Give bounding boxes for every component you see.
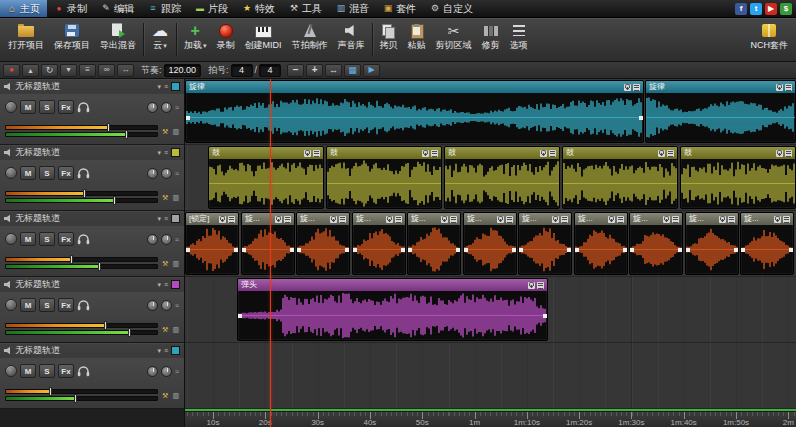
clip-header[interactable]: 旋...	[686, 213, 738, 225]
toolbar-button[interactable]: 节拍制作	[287, 19, 333, 60]
menu-tab[interactable]: ▬片段	[188, 0, 235, 17]
audio-clip[interactable]: 鼓	[562, 146, 678, 209]
clip-left-handle[interactable]	[186, 248, 190, 252]
level-meter[interactable]	[5, 198, 158, 203]
clip-menu-icon[interactable]	[395, 216, 402, 223]
volume-slider[interactable]	[5, 389, 158, 394]
clip-lock-icon[interactable]	[608, 216, 615, 223]
gain-knob[interactable]	[161, 102, 172, 113]
track-collapse-icon[interactable]: ▾	[157, 83, 161, 90]
clip-menu-icon[interactable]	[228, 216, 235, 223]
pan-knob[interactable]	[147, 366, 158, 377]
sliders-icon[interactable]: ▥	[172, 326, 179, 333]
audio-clip[interactable]: 旋...	[241, 212, 295, 275]
clip-lock-icon[interactable]	[540, 150, 547, 157]
headphones-icon[interactable]	[77, 366, 90, 377]
audio-clip[interactable]: 旋...	[352, 212, 406, 275]
clip-left-handle[interactable]	[464, 248, 468, 252]
pan-knob[interactable]	[147, 300, 158, 311]
clip-right-handle[interactable]	[734, 248, 738, 252]
track-color-swatch[interactable]	[171, 214, 180, 223]
timeline-lane[interactable]: [锁定] 旋... 旋...	[185, 211, 796, 277]
clip-menu-icon[interactable]	[785, 150, 792, 157]
clip-header[interactable]: 弹头	[238, 279, 547, 291]
menu-tab[interactable]: ▥混音	[329, 0, 376, 17]
mute-button[interactable]: M	[20, 364, 36, 378]
clip-lock-icon[interactable]	[219, 216, 226, 223]
audio-clip[interactable]: [锁定]	[185, 212, 239, 275]
clip-header[interactable]: 旋...	[353, 213, 405, 225]
clip-right-handle[interactable]	[543, 314, 547, 318]
wrench-icon[interactable]: ⚒	[162, 392, 168, 399]
audio-clip[interactable]: 鼓	[326, 146, 442, 209]
clip-header[interactable]: 旋...	[242, 213, 294, 225]
timesig-denominator[interactable]: 4	[259, 64, 281, 77]
clip-lock-icon[interactable]	[528, 282, 535, 289]
clip-left-handle[interactable]	[575, 248, 579, 252]
track-menu-icon[interactable]: ≡	[164, 215, 168, 222]
facebook-icon[interactable]: f	[735, 3, 747, 15]
gain-knob[interactable]	[161, 168, 172, 179]
fx-button[interactable]: Fx	[58, 298, 74, 312]
clip-lock-icon[interactable]	[304, 150, 311, 157]
audio-clip[interactable]: 旋...	[629, 212, 683, 275]
track-color-swatch[interactable]	[171, 148, 180, 157]
automation-icon[interactable]: ≈	[175, 302, 179, 309]
mute-button[interactable]: M	[20, 100, 36, 114]
clip-lock-icon[interactable]	[719, 216, 726, 223]
clip-left-handle[interactable]	[741, 248, 745, 252]
toolbar-button[interactable]: 创建MIDI	[240, 19, 287, 60]
clip-header[interactable]: 旋...	[575, 213, 627, 225]
clip-header[interactable]: 鼓	[445, 147, 559, 159]
sliders-icon[interactable]: ▥	[172, 392, 179, 399]
record-dot-button[interactable]: ●	[3, 64, 20, 77]
clip-right-handle[interactable]	[789, 248, 793, 252]
clip-header[interactable]: 旋...	[464, 213, 516, 225]
mute-button[interactable]: M	[20, 298, 36, 312]
clip-header[interactable]: 鼓	[681, 147, 795, 159]
track-menu-icon[interactable]: ≡	[164, 281, 168, 288]
track-menu-icon[interactable]: ≡	[164, 149, 168, 156]
wrench-icon[interactable]: ⚒	[162, 260, 168, 267]
clip-right-handle[interactable]	[623, 248, 627, 252]
clip-header[interactable]: 旋律	[646, 81, 795, 93]
grid-blue-button[interactable]: ▦	[344, 64, 361, 77]
clip-menu-icon[interactable]	[506, 216, 513, 223]
clip-left-handle[interactable]	[686, 248, 690, 252]
toolbar-button[interactable]: +加载▾	[179, 19, 212, 60]
upgrade-icon[interactable]: $	[780, 3, 792, 15]
metronome-small-button[interactable]: ▲	[22, 64, 39, 77]
twitter-icon[interactable]: t	[750, 3, 762, 15]
track-name[interactable]: 无标题轨道	[15, 212, 154, 225]
track-collapse-icon[interactable]: ▾	[157, 149, 161, 156]
fit-button[interactable]: ↔	[325, 64, 342, 77]
clip-lock-icon[interactable]	[624, 84, 631, 91]
audio-clip[interactable]: 旋...	[296, 212, 350, 275]
record-arm-button[interactable]	[5, 233, 17, 245]
track-name[interactable]: 无标题轨道	[15, 344, 154, 357]
toolbar-button[interactable]: 打开项目	[3, 19, 49, 60]
track-name[interactable]: 无标题轨道	[15, 146, 154, 159]
pan-knob[interactable]	[147, 102, 158, 113]
playhead[interactable]	[270, 79, 271, 427]
pan-knob[interactable]	[147, 168, 158, 179]
clip-lock-icon[interactable]	[275, 216, 282, 223]
fx-button[interactable]: Fx	[58, 232, 74, 246]
zoom-out-button[interactable]: −	[287, 64, 304, 77]
record-arm-button[interactable]	[5, 299, 17, 311]
marker-small-button[interactable]: ▾	[60, 64, 77, 77]
track-collapse-icon[interactable]: ▾	[157, 215, 161, 222]
timeline-lane[interactable]	[185, 343, 796, 409]
audio-clip[interactable]: 旋...	[407, 212, 461, 275]
clip-left-handle[interactable]	[297, 248, 301, 252]
track-menu-icon[interactable]: ≡	[164, 347, 168, 354]
sliders-icon[interactable]: ▥	[172, 260, 179, 267]
volume-slider[interactable]	[5, 257, 158, 262]
record-arm-button[interactable]	[5, 167, 17, 179]
clip-menu-icon[interactable]	[785, 84, 792, 91]
menu-tab[interactable]: ≡跟踪	[141, 0, 188, 17]
automation-icon[interactable]: ≈	[175, 368, 179, 375]
snap-small-button[interactable]: ≡	[79, 64, 96, 77]
clip-left-handle[interactable]	[519, 248, 523, 252]
timesig-numerator[interactable]: 4	[231, 64, 253, 77]
